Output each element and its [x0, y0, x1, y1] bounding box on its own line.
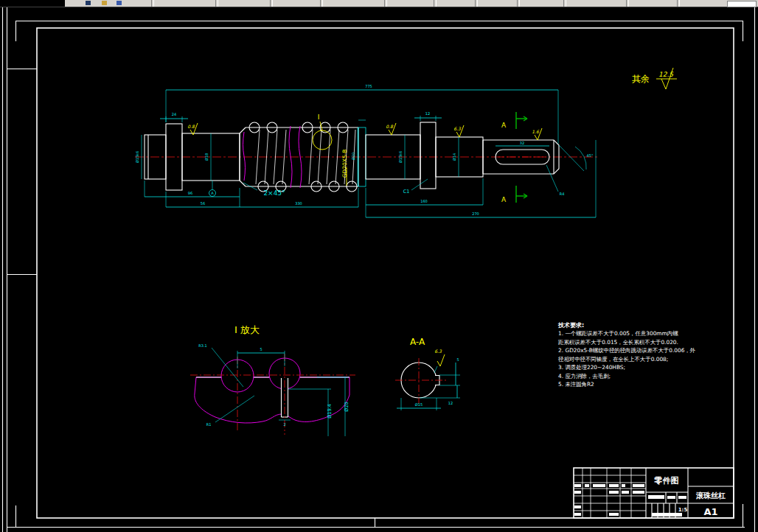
dim-right-group: 270: [472, 211, 479, 216]
dim-r-bottom: R1: [206, 422, 212, 427]
roughness-r2: 0.8: [386, 124, 394, 129]
thread-spec-label: GD20X5-B: [341, 150, 348, 178]
dim-root-diameter: Ø19.4: [327, 404, 333, 419]
dim-section-diameter: Ø15: [415, 402, 423, 407]
dim-chamfer-c1: C1: [403, 189, 410, 195]
tech-req-line: 2. GD20x5-B螺纹中径的径向跳动误差不大于0.006，外: [558, 346, 712, 355]
tech-req-title: 技术要求:: [558, 321, 712, 329]
detail-marker-label: I: [318, 113, 320, 121]
dim-r-top: R3.1: [198, 343, 206, 348]
technical-requirements: 技术要求: 1. 一个螺距误差不大于0.005，任意300mm内螺 距累积误差不…: [558, 321, 712, 389]
datum-letter: A: [211, 191, 214, 195]
dim-seg1: 56: [201, 201, 205, 206]
dim-dia1: Ø15k6: [135, 151, 139, 163]
title-block: 零件图 1:5 滚珠丝杠 A1: [574, 468, 734, 518]
roughness-r4: 1.6: [532, 129, 540, 134]
general-roughness-note: 其余 12.5: [632, 68, 677, 89]
drawing-type: 零件图: [654, 476, 679, 486]
dim-dia3: Ø20: [351, 153, 355, 160]
dim-keyway-radius: R4: [560, 192, 565, 196]
main-view: 775 24 12 96 56 330 160: [135, 84, 599, 217]
dim-collar2: 12: [425, 111, 430, 116]
section-letter-bottom: A: [501, 196, 507, 203]
tech-req-line: 径相对中径不同轴度，在全长上不大于0.008;: [558, 355, 712, 364]
dim-chamfer-left: 2×45°: [263, 189, 285, 197]
dim-left-group: 96: [188, 191, 192, 195]
tech-req-line: 1. 一个螺距误差不大于0.005，任意300mm内螺: [558, 329, 712, 338]
dim-end-angle: 45°: [587, 153, 594, 158]
dim-keyway-length: 32: [520, 141, 524, 145]
drawing-scale: 1:5: [678, 507, 688, 513]
dim-key-width: 5: [456, 357, 459, 362]
cad-application-window: 其余 12.5: [0, 0, 758, 532]
dim-pitch: 5: [260, 347, 262, 351]
dim-collar1: 24: [172, 112, 176, 116]
dim-dia4: Ø15k6: [398, 151, 403, 163]
roughness-r3: 6.3: [453, 126, 462, 131]
general-roughness-label: 其余: [632, 74, 650, 84]
dim-slot-width: 2: [283, 422, 285, 427]
section-roughness: 6.3: [434, 349, 442, 354]
tech-req-line: 距累积误差不大于0.015，全长累积不大于0.020.: [558, 338, 712, 347]
section-letter-top: A: [501, 122, 507, 129]
dim-total: 775: [365, 84, 372, 88]
dim-thread-length: 330: [295, 201, 302, 206]
part-name: 滚珠丝杠: [695, 491, 726, 500]
section-cut-marks: A A: [501, 112, 527, 203]
sheet-size: A1: [703, 506, 717, 517]
sheet-frame: [3, 7, 755, 532]
dim-dia5: Ø14: [452, 153, 456, 161]
dim-outer-diameter: Ø20: [344, 402, 350, 411]
detail-view-title: I 放大: [234, 324, 260, 335]
tech-req-line: 5. 未注圆角R2: [558, 380, 712, 389]
main-roughness-symbols: 0.8 0.8 6.3 1.6: [187, 123, 542, 140]
cad-canvas[interactable]: 其余 12.5: [0, 0, 758, 532]
section-view-title: A-A: [410, 337, 425, 347]
detail-view: I 放大 5 R3.1: [190, 324, 355, 436]
dim-key-depth: 12: [448, 401, 453, 405]
dim-seg2: 160: [420, 199, 428, 203]
section-view: A-A Ø15 5 12 6.3: [395, 337, 460, 410]
dim-dia2: Ø18: [204, 153, 209, 161]
roughness-r1: 0.8: [187, 124, 195, 129]
tech-req-line: 3. 调质处理220~240HBS;: [558, 363, 712, 372]
tech-req-line: 4. 应力消除，去毛刺;: [558, 372, 712, 381]
